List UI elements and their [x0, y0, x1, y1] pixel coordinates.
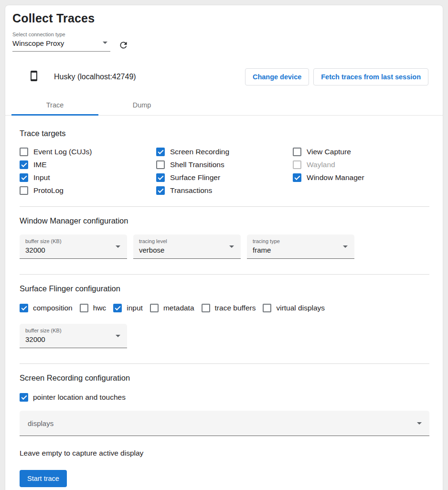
start-trace-button[interactable]: Start trace — [20, 470, 67, 487]
select-label: buffer size (KB) — [25, 328, 121, 333]
select-buffer-size-kb[interactable]: buffer size (KB)32000 — [20, 324, 127, 348]
connection-type-value: Winscope Proxy — [12, 39, 64, 47]
capture-hint: Leave empty to capture active display — [20, 449, 429, 458]
tab-bar: TraceDump — [5, 95, 443, 116]
checkbox-unchecked-icon — [293, 160, 301, 169]
section-divider — [20, 363, 429, 364]
chevron-down-icon — [116, 335, 120, 337]
checkbox-metadata[interactable]: metadata — [150, 304, 194, 312]
trace-targets-grid: Event Log (CUJs)IMEInputProtoLogScreen R… — [20, 148, 429, 195]
checkbox-label: hwc — [93, 304, 107, 312]
checkbox-composition[interactable]: composition — [20, 304, 73, 312]
checkbox-unchecked-icon — [20, 186, 28, 195]
checkbox-unchecked-icon — [293, 148, 301, 156]
trace-targets-column: Event Log (CUJs)IMEInputProtoLog — [20, 148, 156, 195]
sr-config-title: Screen Recording configuration — [20, 373, 429, 383]
checkbox-label: Event Log (CUJs) — [33, 148, 92, 156]
checkbox-ime[interactable]: IME — [20, 160, 156, 169]
refresh-button[interactable] — [118, 40, 128, 50]
sf-config-flags: compositionhwcinputmetadatatrace buffers… — [20, 304, 429, 312]
select-label: tracing type — [253, 238, 349, 244]
checkbox-checked-icon — [20, 173, 28, 182]
collect-traces-card: Collect Traces Select connection type Wi… — [5, 5, 443, 490]
section-divider — [20, 274, 429, 275]
checkbox-wayland: Wayland — [293, 160, 429, 169]
checkbox-view-capture[interactable]: View Capture — [293, 148, 429, 156]
checkbox-checked-icon — [113, 304, 122, 312]
checkbox-unchecked-icon — [20, 148, 28, 156]
checkbox-screen-recording[interactable]: Screen Recording — [156, 148, 293, 156]
checkbox-checked-icon — [20, 160, 28, 169]
sf-config-fields: buffer size (KB)32000 — [20, 324, 429, 348]
checkbox-label: Shell Transitions — [170, 160, 224, 169]
checkbox-trace-buffers[interactable]: trace buffers — [202, 304, 256, 312]
checkbox-shell-transitions[interactable]: Shell Transitions — [156, 160, 293, 169]
tab-dump[interactable]: Dump — [98, 95, 185, 115]
page-title: Collect Traces — [12, 11, 443, 25]
select-label: buffer size (KB) — [25, 238, 121, 244]
checkbox-label: View Capture — [307, 148, 351, 156]
chevron-down-icon — [417, 422, 422, 425]
chevron-down-icon — [116, 245, 120, 248]
checkbox-label: metadata — [163, 304, 194, 312]
checkbox-checked-icon — [293, 173, 301, 182]
connection-type-section: Select connection type Winscope Proxy — [12, 32, 443, 52]
checkbox-window-manager[interactable]: Window Manager — [293, 173, 429, 182]
wm-config-fields: buffer size (KB)32000tracing levelverbos… — [20, 234, 429, 259]
select-buffer-size-kb[interactable]: buffer size (KB)32000 — [20, 234, 127, 259]
checkbox-label: Input — [33, 173, 50, 182]
checkbox-virtual-displays[interactable]: virtual displays — [263, 304, 325, 312]
trace-tab-content: Trace targets Event Log (CUJs)IMEInputPr… — [5, 129, 443, 487]
checkbox-label: input — [127, 304, 143, 312]
checkbox-label: virtual displays — [276, 304, 325, 312]
checkbox-label: Wayland — [307, 160, 335, 169]
checkbox-label: Transactions — [170, 186, 212, 195]
select-value: frame — [253, 246, 349, 254]
checkbox-label: IME — [33, 160, 47, 169]
select-value: 32000 — [25, 335, 121, 343]
checkbox-checked-icon — [156, 186, 165, 195]
select-label: tracing level — [139, 238, 235, 244]
device-row: Husky (localhost:42749) Change device Fe… — [5, 66, 443, 88]
fetch-traces-button[interactable]: Fetch traces from last session — [313, 68, 428, 85]
chevron-down-icon — [229, 245, 234, 248]
connection-type-label: Select connection type — [12, 32, 443, 37]
checkbox-hwc[interactable]: hwc — [80, 304, 107, 312]
checkbox-event-log-cujs[interactable]: Event Log (CUJs) — [20, 148, 156, 156]
checkbox-input[interactable]: input — [113, 304, 143, 312]
displays-placeholder: displays — [28, 419, 53, 427]
checkbox-checked-icon — [20, 393, 28, 402]
checkbox-unchecked-icon — [80, 304, 88, 312]
checkbox-checked-icon — [156, 173, 165, 182]
checkbox-unchecked-icon — [202, 304, 210, 312]
trace-targets-column: Screen RecordingShell TransitionsSurface… — [156, 148, 293, 195]
wm-config-title: Window Manager configuration — [20, 216, 429, 225]
checkbox-checked-icon — [20, 304, 28, 312]
chevron-down-icon — [103, 42, 107, 44]
checkbox-protolog[interactable]: ProtoLog — [20, 186, 156, 195]
device-name: Husky (localhost:42749) — [54, 73, 136, 81]
checkbox-label: ProtoLog — [33, 186, 64, 195]
connection-type-select[interactable]: Winscope Proxy — [12, 38, 110, 52]
select-tracing-type[interactable]: tracing typeframe — [247, 234, 354, 259]
checkbox-label: composition — [33, 304, 73, 312]
select-value: verbose — [139, 246, 235, 254]
checkbox-label: Surface Flinger — [170, 173, 220, 182]
select-tracing-level[interactable]: tracing levelverbose — [133, 234, 241, 259]
select-value: 32000 — [25, 246, 121, 254]
refresh-icon — [118, 40, 128, 50]
section-divider — [20, 206, 429, 207]
chevron-down-icon — [343, 245, 348, 248]
trace-targets-column: View CaptureWaylandWindow Manager — [293, 148, 429, 195]
trace-targets-title: Trace targets — [20, 129, 429, 138]
change-device-button[interactable]: Change device — [245, 68, 309, 85]
displays-select[interactable]: displays — [20, 411, 429, 436]
sr-config-flags: pointer location and touches — [20, 393, 429, 402]
checkbox-surface-flinger[interactable]: Surface Flinger — [156, 173, 293, 182]
checkbox-label: pointer location and touches — [33, 393, 126, 402]
checkbox-transactions[interactable]: Transactions — [156, 186, 293, 195]
checkbox-pointer-location-and-touches[interactable]: pointer location and touches — [20, 393, 126, 402]
tab-trace[interactable]: Trace — [11, 95, 98, 115]
checkbox-unchecked-icon — [263, 304, 271, 312]
checkbox-input[interactable]: Input — [20, 173, 156, 182]
